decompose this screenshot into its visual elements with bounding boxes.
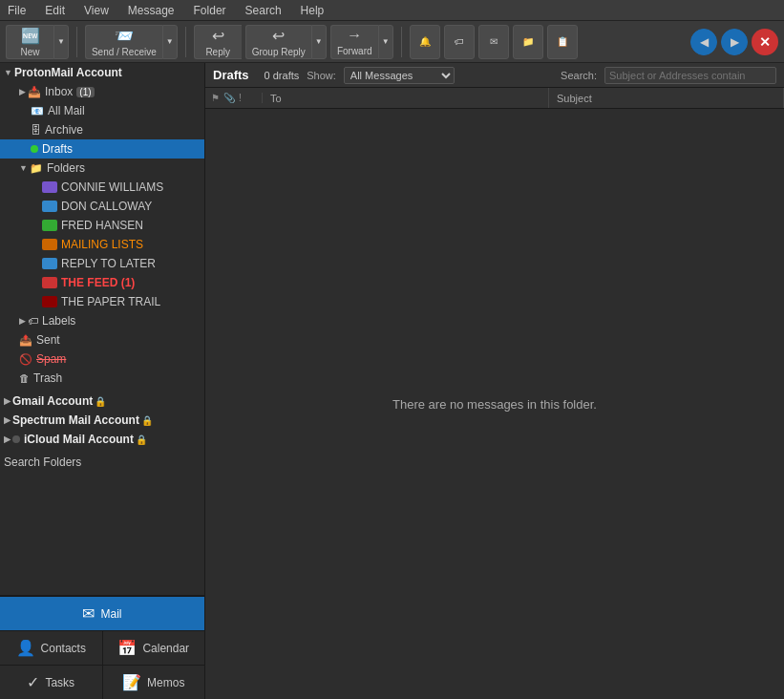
folder-don-calloway[interactable]: DON CALLOWAY <box>0 197 204 216</box>
archive-label: Archive <box>45 123 83 137</box>
gmail-expand-arrow: ▶ <box>4 396 11 406</box>
toolbar-sep-1 <box>76 27 77 57</box>
gmail-account-label: Gmail Account <box>12 394 93 408</box>
trash-label: Trash <box>33 371 62 385</box>
close-button[interactable]: ✕ <box>752 29 778 55</box>
search-folders[interactable]: Search Folders <box>0 453 204 472</box>
message-list-header: ⚑ 📎 ! To Subject <box>205 88 784 109</box>
labels-group[interactable]: ▶ 🏷 Labels <box>0 311 204 330</box>
don-calloway-label: DON CALLOWAY <box>61 200 152 213</box>
tasks-nav-label: Tasks <box>45 676 74 689</box>
folders-expand-arrow: ▼ <box>19 163 28 173</box>
copy-icon: 📋 <box>557 36 568 47</box>
sidebar-tree: ▼ ProtonMail Account ▶ 📥 Inbox (1) 📧 All… <box>0 63 204 595</box>
folder-trash[interactable]: 🗑 Trash <box>0 369 204 388</box>
mail-nav-label: Mail <box>100 607 121 621</box>
menu-help[interactable]: Help <box>297 3 328 18</box>
menu-folder[interactable]: Folder <box>190 3 230 18</box>
copy-button[interactable]: 📋 <box>547 25 578 59</box>
menu-view[interactable]: View <box>80 3 113 18</box>
drafts-label: Drafts <box>42 142 73 156</box>
send-receive-label: Send / Receive <box>92 47 157 57</box>
folder-spam[interactable]: 🚫 Spam <box>0 350 204 369</box>
folder-sent[interactable]: 📤 Sent <box>0 330 204 350</box>
menu-file[interactable]: File <box>4 3 30 18</box>
nav-forward-button[interactable]: ▶ <box>721 29 748 55</box>
nav-memos-button[interactable]: 📝 Memos <box>103 665 205 699</box>
inbox-expand-arrow: ▶ <box>19 87 26 96</box>
forward-icon: → <box>347 27 362 44</box>
nav-tasks-memos-row: ✓ Tasks 📝 Memos <box>0 665 204 699</box>
account-spectrum[interactable]: ▶ Spectrum Mail Account 🔒 <box>0 411 204 430</box>
folder-inbox[interactable]: ▶ 📥 Inbox (1) <box>0 82 204 101</box>
folder-the-feed[interactable]: THE FEED (1) <box>0 273 204 292</box>
account-gmail[interactable]: ▶ Gmail Account 🔒 <box>0 392 204 411</box>
reply-to-later-label: REPLY TO LATER <box>61 257 156 270</box>
reply-later-folder-icon <box>42 258 57 269</box>
account-icloud[interactable]: ▶ iCloud Mail Account 🔒 <box>0 430 204 449</box>
reply-button[interactable]: ↩ Reply <box>194 25 242 59</box>
memos-nav-label: Memos <box>147 676 184 689</box>
menu-edit[interactable]: Edit <box>41 3 69 18</box>
search-input[interactable] <box>604 67 776 84</box>
gmail-lock-icon: 🔒 <box>95 396 106 407</box>
contacts-nav-label: Contacts <box>41 642 86 655</box>
nav-calendar-button[interactable]: 📅 Calendar <box>103 630 205 665</box>
protonmail-expand-arrow: ▼ <box>4 68 12 77</box>
col-subject-label: Subject <box>557 93 592 104</box>
tag-button[interactable]: 🏷 <box>444 25 475 59</box>
folders-group[interactable]: ▼ 📁 Folders <box>0 159 204 178</box>
folder-the-paper-trail[interactable]: THE PAPER TRAIL <box>0 292 204 311</box>
contacts-nav-icon: 👤 <box>16 639 35 657</box>
nav-back-button[interactable]: ◀ <box>690 29 717 55</box>
all-mail-label: All Mail <box>48 104 85 117</box>
bell-button[interactable]: 🔔 <box>410 25 440 59</box>
folder-all-mail[interactable]: 📧 All Mail <box>0 101 204 120</box>
forward-button[interactable]: → Forward <box>330 25 378 59</box>
send-receive-dropdown-arrow[interactable]: ▼ <box>162 25 178 59</box>
nav-tasks-button[interactable]: ✓ Tasks <box>0 665 103 699</box>
icloud-expand-arrow: ▶ <box>4 434 11 444</box>
folder-connie-williams[interactable]: CONNIE WILLIAMS <box>0 178 204 197</box>
menu-message[interactable]: Message <box>124 3 179 18</box>
menu-bar: File Edit View Message Folder Search Hel… <box>0 0 784 21</box>
show-select[interactable]: All Messages Unread Messages <box>344 67 455 84</box>
trash-icon: 🗑 <box>19 372 30 384</box>
sidebar-bottom-nav: ✉ Mail 👤 Contacts 📅 Calendar ✓ Tasks <box>0 595 204 699</box>
group-reply-dropdown-arrow[interactable]: ▼ <box>311 25 327 59</box>
bell-icon: 🔔 <box>419 36 431 47</box>
col-to-header[interactable]: To <box>263 88 549 108</box>
sent-label: Sent <box>36 333 60 347</box>
new-dropdown-arrow[interactable]: ▼ <box>53 25 69 59</box>
toolbar: 🆕 New ▼ 📨 Send / Receive ▼ ↩ Reply ↩ Gro… <box>0 21 784 63</box>
forward-dropdown-arrow[interactable]: ▼ <box>378 25 393 59</box>
send-receive-button[interactable]: 📨 Send / Receive <box>85 25 162 59</box>
group-reply-button[interactable]: ↩ Group Reply <box>245 25 311 59</box>
priority-icon: ! <box>239 93 242 103</box>
folder-reply-to-later[interactable]: REPLY TO LATER <box>0 254 204 273</box>
spam-icon: 🚫 <box>19 353 32 366</box>
menu-search[interactable]: Search <box>242 3 286 18</box>
spam-label: Spam <box>36 352 66 366</box>
inbox-icon: 📥 <box>28 86 41 98</box>
folder-fred-hansen[interactable]: FRED HANSEN <box>0 216 204 235</box>
icloud-lock-icon: 🔒 <box>136 434 147 445</box>
envelope-button[interactable]: ✉ <box>478 25 509 59</box>
new-btn-group: 🆕 New ▼ <box>6 25 69 59</box>
folders-label: Folders <box>47 161 85 175</box>
don-folder-icon <box>42 201 57 212</box>
folder-archive[interactable]: 🗄 Archive <box>0 120 204 139</box>
the-paper-trail-label: THE PAPER TRAIL <box>61 295 160 308</box>
nav-contacts-button[interactable]: 👤 Contacts <box>0 630 103 665</box>
new-button[interactable]: 🆕 New <box>6 25 53 59</box>
move-folder-button[interactable]: 📁 <box>513 25 543 59</box>
nav-mail-button[interactable]: ✉ Mail <box>0 596 204 630</box>
tag-icon: 🏷 <box>455 36 464 47</box>
tasks-nav-icon: ✓ <box>27 673 39 691</box>
folder-mailing-lists[interactable]: MAILING LISTS <box>0 235 204 254</box>
mail-nav-icon: ✉ <box>82 604 95 623</box>
col-subject-header[interactable]: Subject <box>549 88 784 108</box>
folder-drafts[interactable]: Drafts <box>0 139 204 159</box>
account-protonmail[interactable]: ▼ ProtonMail Account <box>0 63 204 82</box>
fred-hansen-label: FRED HANSEN <box>61 219 143 232</box>
